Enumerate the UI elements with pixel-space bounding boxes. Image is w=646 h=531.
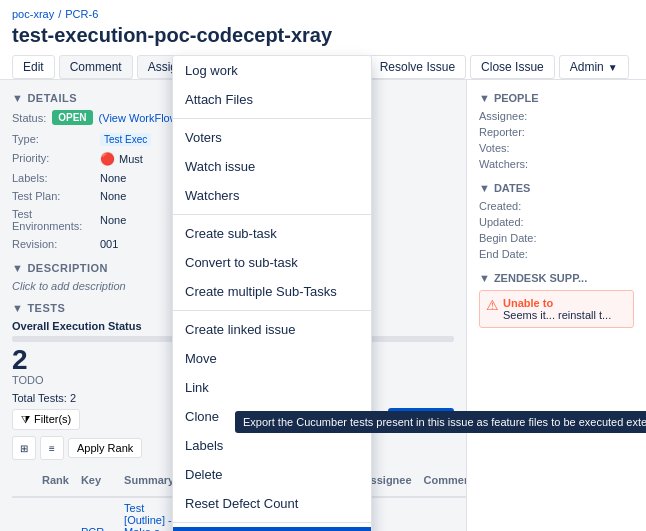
zendesk-error-text: Unable to Seems it... reinstall t... (503, 297, 611, 321)
menu-item-reset-defect[interactable]: Reset Defect Count (173, 489, 371, 518)
col-rank[interactable]: Rank (36, 464, 75, 497)
edit-button[interactable]: Edit (12, 55, 55, 79)
revision-label: Revision: (12, 236, 92, 252)
zendesk-label: Zendesk Supp... (494, 272, 587, 284)
list-view-icon[interactable]: ≡ (40, 436, 64, 460)
breadcrumb: poc-xray / PCR-6 (12, 8, 634, 20)
details-label: Details (27, 92, 77, 104)
row-rank: 1 (36, 497, 75, 531)
error-icon: ⚠ (486, 297, 499, 313)
priority-icon: 🔴 (100, 152, 115, 166)
col-comment[interactable]: Comment (418, 464, 466, 497)
filter-icon: ⧩ (21, 413, 30, 426)
people-label: People (494, 92, 539, 104)
assignee-row: Assignee: (479, 110, 634, 122)
type-label: Type: (12, 131, 92, 148)
row-key[interactable]: PCR-4 (75, 497, 118, 531)
right-sidebar: ▼ People Assignee: Reporter: Votes: Watc… (466, 80, 646, 531)
dates-chevron-icon: ▼ (479, 182, 490, 194)
labels-label: Labels: (12, 170, 92, 186)
watchers-row: Watchers: (479, 158, 634, 170)
updated-row: Updated: (479, 216, 634, 228)
menu-divider-3 (173, 310, 371, 311)
more-dropdown-menu[interactable]: Log work Attach Files Voters Watch issue… (172, 55, 372, 531)
breadcrumb-issue[interactable]: PCR-6 (65, 8, 98, 20)
priority-text: Must (119, 153, 143, 165)
status-label: Status: (12, 112, 46, 124)
people-section-header: ▼ People (479, 92, 634, 104)
status-field: Status: OPEN (View WorkFlow) (12, 110, 181, 125)
dates-label: Dates (494, 182, 530, 194)
close-issue-button[interactable]: Close Issue (470, 55, 555, 79)
row-checkbox[interactable] (12, 497, 36, 531)
menu-item-convert-sub-task[interactable]: Convert to sub-task (173, 248, 371, 277)
tests-chevron-icon: ▼ (12, 302, 23, 314)
grid-view-icon[interactable]: ⊞ (12, 436, 36, 460)
votes-label: Votes: (479, 142, 549, 154)
tests-label: Tests (27, 302, 65, 314)
menu-item-create-multiple-sub-tasks[interactable]: Create multiple Sub-Tasks (173, 277, 371, 306)
begin-label: Begin Date: (479, 232, 549, 244)
details-chevron-icon: ▼ (12, 92, 23, 104)
unable-text: Unable to (503, 297, 611, 309)
menu-item-watchers[interactable]: Watchers (173, 181, 371, 210)
resolve-issue-button[interactable]: Resolve Issue (369, 55, 466, 79)
menu-divider-2 (173, 214, 371, 215)
error-detail-text: Seems it... reinstall t... (503, 309, 611, 321)
assignee-label: Assignee: (479, 110, 549, 122)
status-badge: OPEN (52, 110, 92, 125)
desc-label: Description (27, 262, 108, 274)
admin-button[interactable]: Admin ▼ (559, 55, 629, 79)
menu-item-create-linked[interactable]: Create linked issue (173, 315, 371, 344)
menu-item-labels[interactable]: Labels (173, 431, 371, 460)
updated-label: Updated: (479, 216, 549, 228)
col-key[interactable]: Key (75, 464, 118, 497)
menu-item-link[interactable]: Link (173, 373, 371, 402)
admin-label: Admin (570, 60, 604, 74)
zendesk-chevron-icon: ▼ (479, 272, 490, 284)
zendesk-error: ⚠ Unable to Seems it... reinstall t... (479, 290, 634, 328)
test-env-label: Test Environments: (12, 206, 92, 234)
col-checkbox (12, 464, 36, 497)
breadcrumb-separator: / (58, 8, 61, 20)
zendesk-section: ▼ Zendesk Supp... ⚠ Unable to Seems it..… (479, 272, 634, 328)
page-title: test-execution-poc-codecept-xray (12, 24, 634, 47)
dates-section-header: ▼ Dates (479, 182, 634, 194)
menu-item-watch-issue[interactable]: Watch issue (173, 152, 371, 181)
desc-chevron-icon: ▼ (12, 262, 23, 274)
export-cucumber-tooltip: Export the Cucumber tests present in thi… (235, 411, 646, 433)
test-plan-label: Test Plan: (12, 188, 92, 204)
breadcrumb-project[interactable]: poc-xray (12, 8, 54, 20)
begin-row: Begin Date: (479, 232, 634, 244)
reporter-row: Reporter: (479, 126, 634, 138)
menu-item-export-cucumber[interactable]: Export to Cucumber (173, 527, 371, 531)
type-badge: Test Exec (100, 133, 151, 146)
created-label: Created: (479, 200, 549, 212)
comment-button[interactable]: Comment (59, 55, 133, 79)
filter-label: Filter(s) (34, 413, 71, 425)
row-key-link[interactable]: PCR-4 (81, 526, 108, 531)
row-comment (418, 497, 466, 531)
people-chevron-icon: ▼ (479, 92, 490, 104)
watchers-label: Watchers: (479, 158, 549, 170)
dates-section: ▼ Dates Created: Updated: Begin Date: En… (479, 182, 634, 260)
end-row: End Date: (479, 248, 634, 260)
votes-row: Votes: (479, 142, 634, 154)
filter-button[interactable]: ⧩ Filter(s) (12, 409, 80, 430)
menu-divider-4 (173, 522, 371, 523)
menu-item-log-work[interactable]: Log work (173, 56, 371, 85)
zendesk-section-header: ▼ Zendesk Supp... (479, 272, 634, 284)
apply-rank-button[interactable]: Apply Rank (68, 438, 142, 458)
menu-item-voters[interactable]: Voters (173, 123, 371, 152)
menu-item-delete[interactable]: Delete (173, 460, 371, 489)
priority-label: Priority: (12, 150, 92, 168)
people-section: ▼ People Assignee: Reporter: Votes: Watc… (479, 92, 634, 170)
row-summary-link[interactable]: Test [Outline] - Make a sale transaction… (124, 502, 178, 531)
workflow-link[interactable]: (View WorkFlow) (99, 112, 182, 124)
admin-chevron-icon: ▼ (608, 62, 618, 73)
menu-item-move[interactable]: Move (173, 344, 371, 373)
menu-item-attach-files[interactable]: Attach Files (173, 85, 371, 114)
reporter-label: Reporter: (479, 126, 549, 138)
menu-item-create-sub-task[interactable]: Create sub-task (173, 219, 371, 248)
menu-divider-1 (173, 118, 371, 119)
